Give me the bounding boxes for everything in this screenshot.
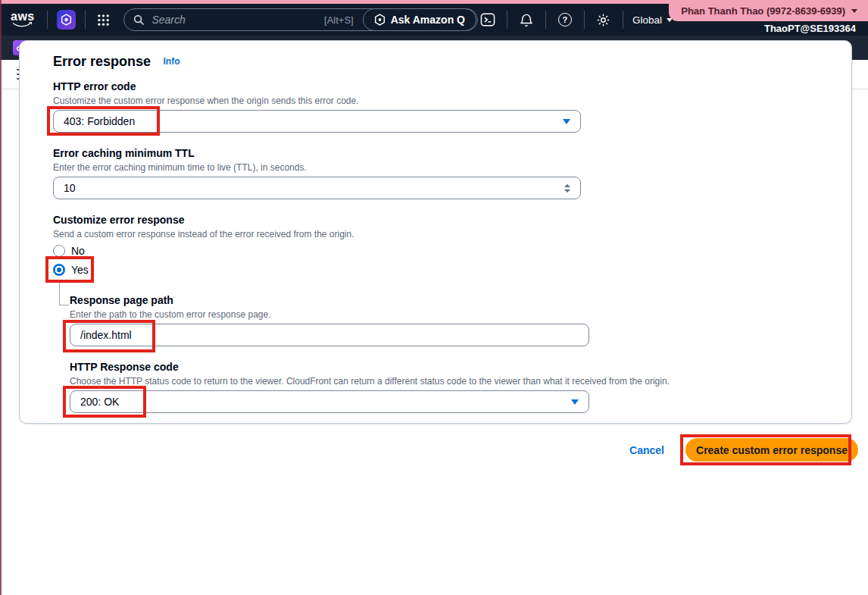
input-value: /index.html xyxy=(80,329,132,341)
http-error-code-select[interactable]: 403: Forbidden xyxy=(53,110,581,133)
search-shortcut-hint: [Alt+S] xyxy=(324,14,354,26)
divider xyxy=(584,11,585,29)
error-response-panel: Error response Info HTTP error code Cust… xyxy=(19,40,852,424)
aws-logo-text: aws xyxy=(11,11,35,22)
field-label: Error caching minimum TTL xyxy=(53,147,836,160)
cancel-button[interactable]: Cancel xyxy=(629,444,664,456)
region-label: Global xyxy=(632,14,662,26)
annotation-left-edge xyxy=(0,0,2,595)
field-http-response-code: HTTP Response code Choose the HTTP statu… xyxy=(70,361,836,413)
search-icon xyxy=(133,14,145,26)
apps-grid-icon[interactable] xyxy=(95,14,114,27)
aws-smile-icon xyxy=(11,22,34,28)
dropdown-caret-icon xyxy=(563,119,570,124)
field-description: Enter the path to the custom error respo… xyxy=(70,308,836,321)
help-icon[interactable]: ? xyxy=(555,13,575,27)
field-http-error-code: HTTP error code Customize the custom err… xyxy=(53,80,836,133)
notifications-bell-icon[interactable] xyxy=(517,13,536,27)
divider xyxy=(47,11,48,29)
account-label: Phan Thanh Thao (9972-8639-6939) xyxy=(681,5,845,17)
radio-option-yes[interactable]: Yes xyxy=(53,261,144,278)
field-label: HTTP Response code xyxy=(70,361,836,374)
ask-amazon-q-button[interactable]: Ask Amazon Q xyxy=(363,8,476,31)
region-selector[interactable]: Global xyxy=(632,14,673,26)
chevron-down-icon xyxy=(851,9,857,13)
field-label: HTTP error code xyxy=(53,80,836,93)
field-label: Response page path xyxy=(70,294,836,307)
field-error-caching-ttl: Error caching minimum TTL Enter the erro… xyxy=(53,147,836,199)
ask-amazon-q-label: Ask Amazon Q xyxy=(391,14,465,26)
aws-logo[interactable]: aws xyxy=(11,11,35,28)
account-menu[interactable]: Phan Thanh Thao (9972-8639-6939) xyxy=(669,0,868,21)
field-label: Customize error response xyxy=(53,214,836,227)
selected-value: 200: OK xyxy=(80,396,119,408)
user-id-text: ThaoPT@SE193364 xyxy=(764,23,856,34)
response-page-path-input[interactable]: /index.html xyxy=(70,324,589,346)
field-response-page-path: Response page path Enter the path to the… xyxy=(70,294,836,346)
tree-connector-line xyxy=(59,280,69,305)
field-description: Send a custom error response instead of … xyxy=(53,228,836,240)
panel-title: Error response xyxy=(53,54,151,69)
ttl-number-input[interactable]: 10 xyxy=(53,177,581,199)
selected-value: 403: Forbidden xyxy=(64,115,135,127)
field-description: Enter the error caching minimum time to … xyxy=(53,161,836,174)
http-response-code-select[interactable]: 200: OK xyxy=(70,390,589,413)
settings-gear-icon[interactable] xyxy=(594,13,614,27)
create-custom-error-response-button[interactable]: Create custom error response xyxy=(685,438,858,462)
radio-button-yes[interactable] xyxy=(53,264,65,276)
cloudshell-icon[interactable] xyxy=(478,13,498,27)
form-actions: Cancel Create custom error response xyxy=(0,438,868,462)
search-placeholder: Search xyxy=(151,14,324,26)
divider xyxy=(623,11,623,29)
dropdown-caret-icon xyxy=(571,399,579,405)
radio-option-no[interactable]: No xyxy=(53,242,144,259)
divider xyxy=(545,11,546,29)
search-input[interactable]: Search [Alt+S] Ask Amazon Q xyxy=(123,8,478,31)
info-link[interactable]: Info xyxy=(164,56,180,67)
number-stepper-icon[interactable] xyxy=(564,184,570,193)
topbar-utilities: ? Global xyxy=(478,11,673,29)
amazon-q-icon[interactable] xyxy=(57,10,76,30)
input-value: 10 xyxy=(64,182,76,194)
field-customize-error-response: Customize error response Send a custom e… xyxy=(53,214,836,278)
aws-console-window: aws Search [Alt+S] xyxy=(0,0,868,595)
radio-button-no[interactable] xyxy=(53,245,65,257)
divider xyxy=(85,11,86,29)
field-description: Customize the custom error response when… xyxy=(53,95,836,107)
divider xyxy=(507,11,507,29)
field-description: Choose the HTTP status code to return to… xyxy=(70,375,836,387)
amazon-q-hexagon-icon xyxy=(374,14,386,26)
